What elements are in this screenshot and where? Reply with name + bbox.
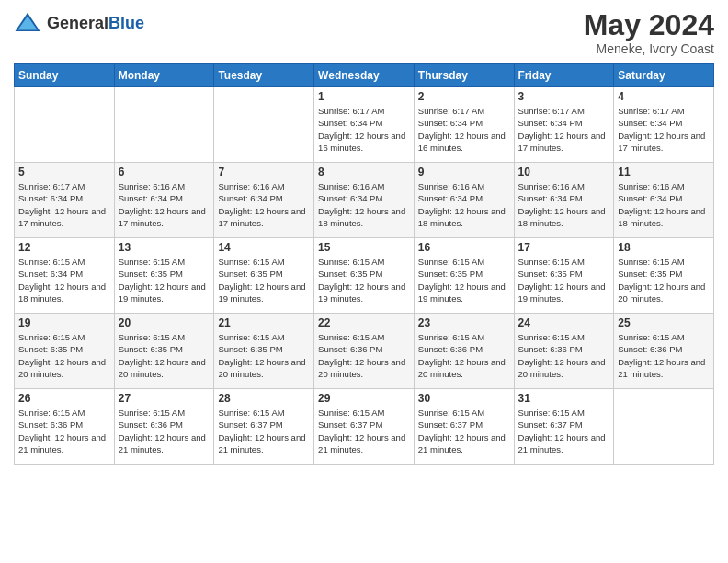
day-cell-content-22: 22Sunrise: 6:15 AM Sunset: 6:36 PM Dayli… [318, 316, 410, 385]
day-number-12: 12 [18, 241, 110, 254]
weekday-header-wednesday: Wednesday [314, 64, 415, 87]
day-cell-content-4: 4Sunrise: 6:17 AM Sunset: 6:34 PM Daylig… [618, 90, 710, 159]
day-cell-content-21: 21Sunrise: 6:15 AM Sunset: 6:35 PM Dayli… [218, 316, 310, 385]
day-info-12: Sunrise: 6:15 AM Sunset: 6:34 PM Dayligh… [18, 256, 110, 304]
day-cell-content-2: 2Sunrise: 6:17 AM Sunset: 6:34 PM Daylig… [418, 90, 510, 159]
day-cell-content-31: 31Sunrise: 6:15 AM Sunset: 6:37 PM Dayli… [518, 392, 610, 461]
calendar-day-5: 5Sunrise: 6:17 AM Sunset: 6:34 PM Daylig… [15, 163, 115, 238]
day-info-17: Sunrise: 6:15 AM Sunset: 6:35 PM Dayligh… [518, 256, 610, 304]
day-info-23: Sunrise: 6:15 AM Sunset: 6:36 PM Dayligh… [418, 331, 510, 380]
day-cell-content-30: 30Sunrise: 6:15 AM Sunset: 6:37 PM Dayli… [418, 392, 510, 461]
day-info-7: Sunrise: 6:16 AM Sunset: 6:34 PM Dayligh… [218, 180, 310, 229]
day-cell-content-8: 8Sunrise: 6:16 AM Sunset: 6:34 PM Daylig… [318, 166, 410, 235]
day-number-9: 9 [418, 166, 510, 178]
calendar-empty-cell [614, 389, 714, 465]
calendar-day-29: 29Sunrise: 6:15 AM Sunset: 6:37 PM Dayli… [314, 389, 415, 465]
day-cell-content-13: 13Sunrise: 6:15 AM Sunset: 6:35 PM Dayli… [119, 241, 210, 310]
day-number-13: 13 [119, 241, 210, 254]
day-number-17: 17 [518, 241, 610, 254]
day-number-19: 19 [18, 316, 110, 329]
day-number-7: 7 [218, 166, 310, 178]
day-info-13: Sunrise: 6:15 AM Sunset: 6:35 PM Dayligh… [119, 256, 210, 304]
header: GeneralBlue May 2024 Meneke, Ivory Coast [14, 9, 714, 56]
day-cell-content-1: 1Sunrise: 6:17 AM Sunset: 6:34 PM Daylig… [318, 90, 410, 159]
day-info-20: Sunrise: 6:15 AM Sunset: 6:35 PM Dayligh… [119, 331, 210, 380]
day-info-15: Sunrise: 6:15 AM Sunset: 6:35 PM Dayligh… [318, 256, 410, 304]
day-info-29: Sunrise: 6:15 AM Sunset: 6:37 PM Dayligh… [318, 407, 410, 455]
day-info-2: Sunrise: 6:17 AM Sunset: 6:34 PM Dayligh… [418, 105, 510, 154]
page: GeneralBlue May 2024 Meneke, Ivory Coast… [0, 0, 728, 563]
day-info-27: Sunrise: 6:15 AM Sunset: 6:36 PM Dayligh… [119, 407, 210, 455]
calendar-table: SundayMondayTuesdayWednesdayThursdayFrid… [14, 63, 714, 465]
day-number-11: 11 [618, 166, 710, 178]
day-cell-content-18: 18Sunrise: 6:15 AM Sunset: 6:35 PM Dayli… [618, 241, 710, 310]
day-info-19: Sunrise: 6:15 AM Sunset: 6:35 PM Dayligh… [18, 331, 110, 380]
calendar-day-2: 2Sunrise: 6:17 AM Sunset: 6:34 PM Daylig… [414, 87, 514, 163]
calendar-day-24: 24Sunrise: 6:15 AM Sunset: 6:36 PM Dayli… [514, 314, 614, 389]
weekday-header-tuesday: Tuesday [214, 64, 314, 87]
day-info-3: Sunrise: 6:17 AM Sunset: 6:34 PM Dayligh… [518, 105, 610, 154]
calendar-day-25: 25Sunrise: 6:15 AM Sunset: 6:36 PM Dayli… [614, 314, 714, 389]
day-info-28: Sunrise: 6:15 AM Sunset: 6:37 PM Dayligh… [218, 407, 310, 455]
calendar-day-28: 28Sunrise: 6:15 AM Sunset: 6:37 PM Dayli… [214, 389, 314, 465]
calendar-day-30: 30Sunrise: 6:15 AM Sunset: 6:37 PM Dayli… [414, 389, 514, 465]
day-cell-content-23: 23Sunrise: 6:15 AM Sunset: 6:36 PM Dayli… [418, 316, 510, 385]
day-number-21: 21 [218, 316, 310, 329]
calendar-day-8: 8Sunrise: 6:16 AM Sunset: 6:34 PM Daylig… [314, 163, 415, 238]
day-cell-content-28: 28Sunrise: 6:15 AM Sunset: 6:37 PM Dayli… [218, 392, 310, 461]
day-cell-content-20: 20Sunrise: 6:15 AM Sunset: 6:35 PM Dayli… [119, 316, 210, 385]
day-number-2: 2 [418, 90, 510, 103]
calendar-day-3: 3Sunrise: 6:17 AM Sunset: 6:34 PM Daylig… [514, 87, 614, 163]
day-cell-content-3: 3Sunrise: 6:17 AM Sunset: 6:34 PM Daylig… [518, 90, 610, 159]
day-cell-content-26: 26Sunrise: 6:15 AM Sunset: 6:36 PM Dayli… [18, 392, 110, 461]
logo-blue: Blue [108, 14, 144, 32]
day-number-22: 22 [318, 316, 410, 329]
calendar-week-4: 19Sunrise: 6:15 AM Sunset: 6:35 PM Dayli… [15, 314, 714, 389]
day-number-8: 8 [318, 166, 410, 178]
calendar-day-4: 4Sunrise: 6:17 AM Sunset: 6:34 PM Daylig… [614, 87, 714, 163]
day-number-3: 3 [518, 90, 610, 103]
weekday-header-monday: Monday [114, 64, 214, 87]
title-block: May 2024 Meneke, Ivory Coast [584, 9, 714, 56]
day-number-23: 23 [418, 316, 510, 329]
day-number-20: 20 [119, 316, 210, 329]
calendar-day-12: 12Sunrise: 6:15 AM Sunset: 6:34 PM Dayli… [15, 238, 115, 314]
day-info-25: Sunrise: 6:15 AM Sunset: 6:36 PM Dayligh… [618, 331, 710, 380]
day-info-6: Sunrise: 6:16 AM Sunset: 6:34 PM Dayligh… [119, 180, 210, 229]
day-number-25: 25 [618, 316, 710, 329]
day-cell-content-17: 17Sunrise: 6:15 AM Sunset: 6:35 PM Dayli… [518, 241, 610, 310]
calendar-empty-cell [114, 87, 214, 163]
day-cell-content-14: 14Sunrise: 6:15 AM Sunset: 6:35 PM Dayli… [218, 241, 310, 310]
logo-general: General [47, 14, 108, 32]
calendar-location: Meneke, Ivory Coast [584, 41, 714, 56]
calendar-day-20: 20Sunrise: 6:15 AM Sunset: 6:35 PM Dayli… [114, 314, 214, 389]
calendar-day-1: 1Sunrise: 6:17 AM Sunset: 6:34 PM Daylig… [314, 87, 415, 163]
calendar-week-3: 12Sunrise: 6:15 AM Sunset: 6:34 PM Dayli… [15, 238, 714, 314]
calendar-day-13: 13Sunrise: 6:15 AM Sunset: 6:35 PM Dayli… [114, 238, 214, 314]
day-cell-content-19: 19Sunrise: 6:15 AM Sunset: 6:35 PM Dayli… [18, 316, 110, 385]
day-number-31: 31 [518, 392, 610, 405]
day-cell-content-10: 10Sunrise: 6:16 AM Sunset: 6:34 PM Dayli… [518, 166, 610, 235]
calendar-day-19: 19Sunrise: 6:15 AM Sunset: 6:35 PM Dayli… [15, 314, 115, 389]
calendar-week-5: 26Sunrise: 6:15 AM Sunset: 6:36 PM Dayli… [15, 389, 714, 465]
day-number-30: 30 [418, 392, 510, 405]
calendar-day-15: 15Sunrise: 6:15 AM Sunset: 6:35 PM Dayli… [314, 238, 415, 314]
calendar-day-22: 22Sunrise: 6:15 AM Sunset: 6:36 PM Dayli… [314, 314, 415, 389]
day-cell-content-5: 5Sunrise: 6:17 AM Sunset: 6:34 PM Daylig… [18, 166, 110, 235]
day-info-30: Sunrise: 6:15 AM Sunset: 6:37 PM Dayligh… [418, 407, 510, 455]
calendar-day-9: 9Sunrise: 6:16 AM Sunset: 6:34 PM Daylig… [414, 163, 514, 238]
day-info-11: Sunrise: 6:16 AM Sunset: 6:34 PM Dayligh… [618, 180, 710, 229]
calendar-day-17: 17Sunrise: 6:15 AM Sunset: 6:35 PM Dayli… [514, 238, 614, 314]
day-info-24: Sunrise: 6:15 AM Sunset: 6:36 PM Dayligh… [518, 331, 610, 380]
day-number-6: 6 [119, 166, 210, 178]
calendar-day-16: 16Sunrise: 6:15 AM Sunset: 6:35 PM Dayli… [414, 238, 514, 314]
day-info-14: Sunrise: 6:15 AM Sunset: 6:35 PM Dayligh… [218, 256, 310, 304]
day-info-5: Sunrise: 6:17 AM Sunset: 6:34 PM Dayligh… [18, 180, 110, 229]
calendar-title: May 2024 [584, 9, 714, 41]
calendar-day-10: 10Sunrise: 6:16 AM Sunset: 6:34 PM Dayli… [514, 163, 614, 238]
day-cell-content-12: 12Sunrise: 6:15 AM Sunset: 6:34 PM Dayli… [18, 241, 110, 310]
day-info-26: Sunrise: 6:15 AM Sunset: 6:36 PM Dayligh… [18, 407, 110, 455]
logo-text: GeneralBlue [47, 15, 144, 32]
generalblue-logo-icon [14, 9, 41, 37]
calendar-day-23: 23Sunrise: 6:15 AM Sunset: 6:36 PM Dayli… [414, 314, 514, 389]
